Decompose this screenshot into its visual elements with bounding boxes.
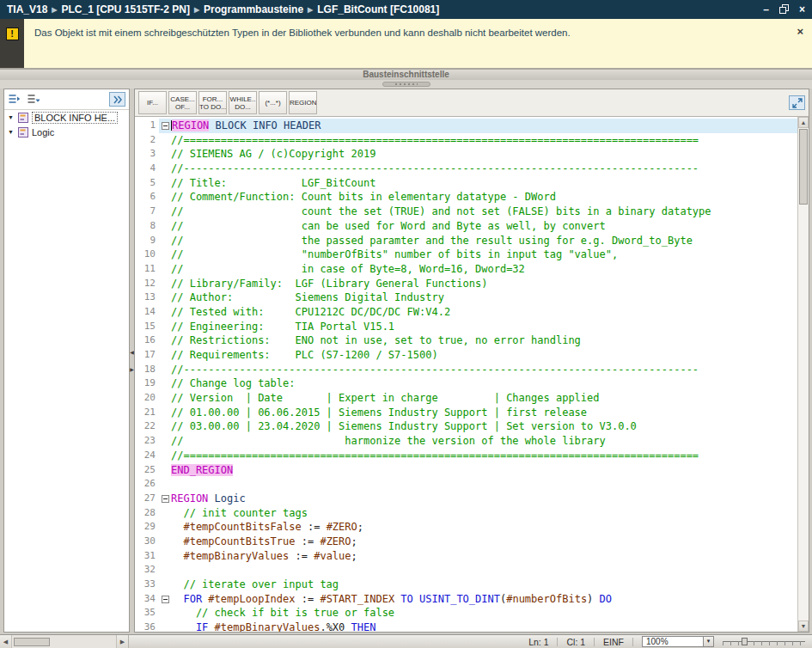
breadcrumb-project[interactable]: TIA_V18 xyxy=(7,3,47,15)
block-interface-bar[interactable]: Bausteinschnittstelle xyxy=(0,69,812,80)
splitter-grip[interactable] xyxy=(382,82,430,87)
code-line[interactable]: 25END_REGION xyxy=(135,463,797,478)
code-line[interactable]: 22// 03.00.00 | 23.04.2020 | Siemens Ind… xyxy=(135,419,797,434)
warning-text: Das Objekt ist mit einem schreibgeschütz… xyxy=(24,19,581,68)
code-line[interactable]: 35 // check if bit is true or false xyxy=(135,606,797,620)
code-line[interactable]: 23// harmonize the version of the whole … xyxy=(135,434,797,449)
status-bar: ◀ ▶ Ln: 1 Cl: 1 EINF 100% ▼ xyxy=(0,634,812,648)
close-button[interactable]: × xyxy=(799,4,805,15)
code-line[interactable]: 16// Restrictions: ENO not in use, set t… xyxy=(135,333,797,348)
line-number: 2 xyxy=(135,133,159,148)
collapse-panel-button[interactable] xyxy=(109,92,125,107)
line-number: 3 xyxy=(135,147,159,162)
code-line[interactable]: 31 #tempBinaryValues := #value; xyxy=(135,549,797,564)
code-line[interactable]: 6// Comment/Function: Count bits in elem… xyxy=(135,190,797,205)
code-line[interactable]: 14// Tested with: CPU1212C DC/DC/DC FW:V… xyxy=(135,305,797,320)
code-line[interactable]: 28 // init counter tags xyxy=(135,506,797,521)
restore-button[interactable] xyxy=(779,4,789,15)
code-line[interactable]: 2//=====================================… xyxy=(135,133,797,148)
tree-expander-icon[interactable]: ▼ xyxy=(8,114,15,120)
snippet-if-button[interactable]: IF... xyxy=(138,91,167,114)
fold-collapse-icon[interactable] xyxy=(159,592,171,607)
breadcrumb-block[interactable]: LGF_BitCount [FC10081] xyxy=(317,3,439,15)
tree-item-logic[interactable]: ▼ Logic xyxy=(4,125,129,139)
code-line[interactable]: 8// can be used for Word and Byte as wel… xyxy=(135,219,797,234)
snippet-region-button[interactable]: REGION xyxy=(289,91,317,114)
code-line[interactable]: 21// 01.00.00 | 06.06.2015 | Siemens Ind… xyxy=(135,406,797,420)
scrollbar-thumb[interactable] xyxy=(14,638,50,646)
code-line[interactable]: 20// Version | Date | Expert in charge |… xyxy=(135,391,797,406)
minimize-button[interactable]: – xyxy=(763,4,769,15)
code-line[interactable]: 34 FOR #tempLoopIndex := #START_INDEX TO… xyxy=(135,592,797,607)
line-number: 21 xyxy=(135,406,159,420)
snippet-for-button[interactable]: FOR...TO DO... xyxy=(198,91,227,114)
code-line[interactable]: 1REGION BLOCK INFO HEADER xyxy=(135,119,797,133)
code-line[interactable]: 32 xyxy=(135,563,797,578)
line-number: 19 xyxy=(135,376,159,391)
code-line[interactable]: 33 // iterate over input tag xyxy=(135,578,797,592)
code-line[interactable]: 29 #tempCountBitsFalse := #ZERO; xyxy=(135,520,797,535)
line-number: 36 xyxy=(135,620,159,632)
code-line[interactable]: 17// Requirements: PLC (S7-1200 / S7-150… xyxy=(135,348,797,363)
code-line[interactable]: 36 IF #tempBinaryValues.%X0 THEN xyxy=(135,620,797,632)
code-line[interactable]: 9// the passed paramter and the result u… xyxy=(135,234,797,248)
line-number: 23 xyxy=(135,434,159,449)
breadcrumb-plc[interactable]: PLC_1 [CPU 1515TF-2 PN] xyxy=(62,3,190,15)
breadcrumb-program-blocks[interactable]: Programmbausteine xyxy=(204,3,303,15)
fold-collapse-icon[interactable] xyxy=(159,119,171,133)
zoom-slider-handle[interactable] xyxy=(742,638,748,645)
fold-gutter xyxy=(159,620,171,632)
scrollbar-thumb[interactable] xyxy=(799,129,808,205)
zoom-combobox[interactable]: 100% ▼ xyxy=(642,636,714,647)
code-line[interactable]: 5// Title: LGF_BitCount xyxy=(135,176,797,191)
code-line[interactable]: 27REGION Logic xyxy=(135,492,797,506)
horizontal-splitter[interactable] xyxy=(0,80,812,89)
collapse-regions-icon[interactable] xyxy=(27,92,40,107)
tree-expander-icon[interactable]: ▼ xyxy=(8,129,15,135)
fold-gutter xyxy=(159,248,171,262)
warning-close-icon[interactable]: × xyxy=(797,26,803,68)
expand-regions-icon[interactable] xyxy=(8,92,21,107)
code-text: // Library/Family: LGF (Library General … xyxy=(171,277,797,291)
vertical-scrollbar[interactable]: ▲ ▼ xyxy=(797,117,809,632)
scroll-right-icon[interactable]: ▶ xyxy=(116,635,128,648)
snippet-while-button[interactable]: WHILE..DO... xyxy=(229,91,257,114)
code-line[interactable]: 13// Author: Siemens Digital Industry xyxy=(135,290,797,305)
code-line[interactable]: 15// Engineering: TIA Portal V15.1 xyxy=(135,320,797,334)
tree-item-block-info-header[interactable]: ▼ BLOCK INFO HE... xyxy=(4,110,129,125)
titlebar: TIA_V18 ▶ PLC_1 [CPU 1515TF-2 PN] ▶ Prog… xyxy=(0,0,812,19)
region-icon xyxy=(18,127,28,138)
code-text: // count the set (TRUE) and not set (FAL… xyxy=(171,205,797,219)
code-line[interactable]: 4//-------------------------------------… xyxy=(135,162,797,176)
tia-portal-window: TIA_V18 ▶ PLC_1 [CPU 1515TF-2 PN] ▶ Prog… xyxy=(0,0,812,648)
code-line[interactable]: 10// "numberOfBits" number of bits in in… xyxy=(135,248,797,262)
code-line[interactable]: 18//------------------------------------… xyxy=(135,363,797,377)
fold-gutter xyxy=(159,205,171,219)
code-editor[interactable]: 1REGION BLOCK INFO HEADER2//============… xyxy=(135,117,797,632)
status-column: Cl: 1 xyxy=(566,637,585,647)
code-line[interactable]: 7// count the set (TRUE) and not set (FA… xyxy=(135,205,797,219)
scroll-down-icon[interactable]: ▼ xyxy=(798,620,809,632)
code-line[interactable]: 30 #tempCountBitsTrue := #ZERO; xyxy=(135,535,797,549)
tree-item-label: Logic xyxy=(32,127,54,138)
maximize-editor-button[interactable] xyxy=(789,95,805,110)
scroll-up-icon[interactable]: ▲ xyxy=(798,117,809,128)
sidebar-horizontal-scrollbar[interactable]: ◀ ▶ xyxy=(0,635,129,648)
code-line[interactable]: 26 xyxy=(135,477,797,492)
code-line[interactable]: 12// Library/Family: LGF (Library Genera… xyxy=(135,277,797,291)
code-line[interactable]: 11// in case of Byte=8, Word=16, Dword=3… xyxy=(135,262,797,277)
snippet-comment-button[interactable]: (*...*) xyxy=(259,91,287,114)
status-line: Ln: 1 xyxy=(528,637,548,647)
code-line[interactable]: 24//====================================… xyxy=(135,449,797,463)
code-line[interactable]: 19// Change log table: xyxy=(135,376,797,391)
fold-gutter xyxy=(159,578,171,592)
scroll-left-icon[interactable]: ◀ xyxy=(0,635,12,648)
combo-dropdown-icon[interactable]: ▼ xyxy=(703,637,713,646)
fold-collapse-icon[interactable] xyxy=(159,492,171,506)
code-text: IF #tempBinaryValues.%X0 THEN xyxy=(171,620,797,632)
code-text: // Tested with: CPU1212C DC/DC/DC FW:V4.… xyxy=(171,305,797,320)
snippet-case-button[interactable]: CASE...OF... xyxy=(168,91,197,114)
line-number: 12 xyxy=(135,277,159,291)
zoom-slider[interactable] xyxy=(723,637,805,646)
code-line[interactable]: 3// SIEMENS AG / (c)Copyright 2019 xyxy=(135,147,797,162)
